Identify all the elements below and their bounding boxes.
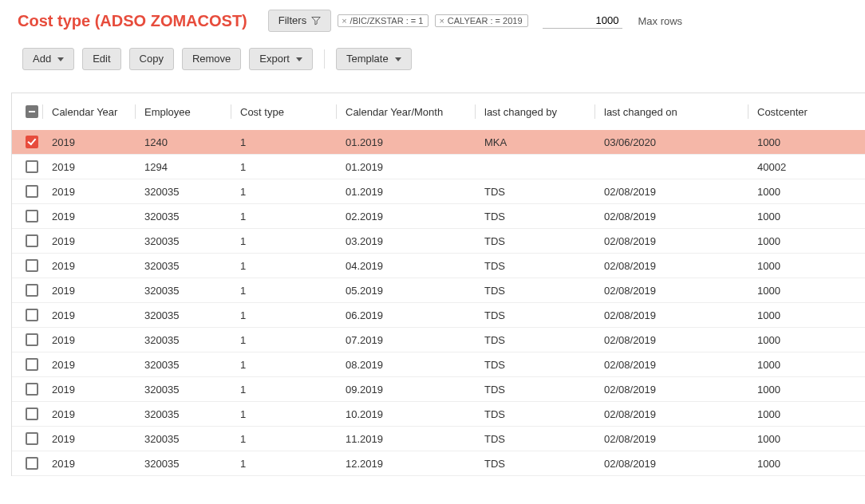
table-cell: TDS [480, 458, 599, 470]
row-checkbox[interactable] [26, 432, 38, 445]
table-row[interactable]: 2019320035107.2019TDS02/08/20191000 [12, 328, 865, 352]
table-cell: 2019 [47, 408, 140, 420]
table-row[interactable]: 2019320035101.2019TDS02/08/20191000 [12, 179, 865, 204]
column-header[interactable]: Costcenter [752, 93, 864, 130]
table-row[interactable]: 2019320035104.2019TDS02/08/20191000 [12, 254, 865, 278]
filters-button[interactable]: Filters [268, 10, 331, 32]
row-checkbox[interactable] [26, 284, 38, 297]
table-cell: 02/08/2019 [599, 458, 752, 470]
add-button[interactable]: Add [22, 48, 74, 70]
table-cell: 02/08/2019 [599, 309, 752, 321]
row-checkbox[interactable] [26, 408, 38, 420]
table-cell: TDS [480, 408, 599, 420]
table-cell: 2019 [47, 359, 140, 371]
table-cell: 10.2019 [341, 408, 480, 420]
table-row[interactable]: 20191240101.2019MKA03/06/20201000 [12, 130, 865, 155]
row-checkbox[interactable] [26, 210, 38, 222]
table-cell: TDS [480, 309, 599, 321]
table-cell: 2019 [47, 384, 140, 396]
row-checkbox[interactable] [26, 383, 38, 396]
table-row[interactable]: 2019320035103.2019TDS02/08/20191000 [12, 229, 865, 254]
grid-header: Calendar Year Employee Cost type Calenda… [12, 93, 865, 130]
table-cell: TDS [480, 384, 599, 396]
row-checkbox[interactable] [26, 333, 38, 346]
column-header[interactable]: Calendar Year [47, 93, 140, 130]
table-row[interactable]: 2019320035109.2019TDS02/08/20191000 [12, 377, 865, 402]
row-checkbox[interactable] [26, 234, 38, 247]
table-cell: 1 [235, 433, 341, 445]
table-cell: 320035 [140, 384, 235, 396]
row-checkbox[interactable] [26, 358, 38, 371]
remove-button[interactable]: Remove [182, 48, 241, 70]
table-cell: 320035 [140, 458, 235, 470]
table-cell: 2019 [47, 433, 140, 445]
table-cell: 2019 [47, 186, 140, 198]
table-cell: 01.2019 [341, 136, 480, 148]
column-header[interactable]: Cost type [235, 93, 341, 130]
table-cell: 1000 [752, 408, 864, 420]
table-cell: 1000 [752, 384, 864, 396]
table-row[interactable]: 2019320035112.2019TDS02/08/20191000 [12, 451, 865, 476]
table-cell: 2019 [47, 161, 140, 173]
table-cell: 2019 [47, 285, 140, 297]
template-button[interactable]: Template [336, 48, 412, 70]
table-cell: TDS [480, 235, 599, 247]
table-cell: 1000 [752, 458, 864, 470]
table-cell: TDS [480, 211, 599, 222]
copy-button[interactable]: Copy [129, 48, 174, 70]
add-label: Add [33, 52, 51, 66]
column-header[interactable]: Calendar Year/Month [341, 93, 480, 130]
table-row[interactable]: 2019320035108.2019TDS02/08/20191000 [12, 352, 865, 377]
template-label: Template [346, 52, 389, 66]
table-cell: 2019 [47, 211, 140, 222]
table-cell: 320035 [140, 186, 235, 198]
column-header[interactable]: last changed by [480, 93, 599, 130]
table-cell: 1 [235, 359, 341, 371]
row-checkbox[interactable] [26, 259, 38, 272]
table-cell: 1000 [752, 359, 864, 371]
table-row[interactable]: 2019320035105.2019TDS02/08/20191000 [12, 278, 865, 303]
table-cell: 02/08/2019 [599, 235, 752, 247]
table-cell: 1240 [140, 136, 235, 148]
table-cell: 320035 [140, 359, 235, 371]
table-cell: 01.2019 [341, 186, 480, 198]
toolbar-separator [324, 49, 325, 69]
column-header[interactable]: Employee [140, 93, 235, 130]
filter-chip[interactable]: × CALYEAR : = 2019 [435, 14, 527, 27]
table-row[interactable]: 2019320035106.2019TDS02/08/20191000 [12, 303, 865, 328]
row-checkbox[interactable] [26, 160, 38, 173]
export-button[interactable]: Export [249, 48, 313, 70]
column-header[interactable]: last changed on [599, 93, 752, 130]
edit-button[interactable]: Edit [82, 48, 120, 70]
table-cell: 320035 [140, 285, 235, 297]
table-cell: 1 [235, 235, 341, 247]
table-cell: 02/08/2019 [599, 186, 752, 198]
row-checkbox[interactable] [26, 136, 38, 148]
table-row[interactable]: 2019320035102.2019TDS02/08/20191000 [12, 204, 865, 229]
table-cell: 03.2019 [341, 235, 480, 247]
filter-icon [311, 16, 321, 26]
select-all-checkbox[interactable] [26, 105, 38, 118]
close-icon[interactable]: × [439, 16, 444, 26]
chevron-down-icon [296, 57, 302, 61]
table-cell: TDS [480, 359, 599, 371]
max-rows-input[interactable] [543, 13, 622, 29]
table-cell: 2019 [47, 235, 140, 247]
row-checkbox[interactable] [26, 457, 38, 470]
max-rows-label: Max rows [638, 15, 683, 27]
row-checkbox[interactable] [26, 185, 38, 198]
table-cell: 1 [235, 285, 341, 297]
filter-chip[interactable]: × /BIC/ZKSTAR : = 1 [338, 14, 429, 27]
table-cell: 1000 [752, 136, 864, 148]
table-cell: 02/08/2019 [599, 334, 752, 346]
table-cell: 01.2019 [341, 161, 480, 173]
table-cell: 02/08/2019 [599, 384, 752, 396]
table-cell: 12.2019 [341, 458, 480, 470]
table-cell: 1 [235, 260, 341, 272]
close-icon[interactable]: × [342, 16, 346, 26]
table-row[interactable]: 2019320035110.2019TDS02/08/20191000 [12, 402, 865, 427]
row-checkbox[interactable] [26, 309, 38, 321]
table-cell: 1000 [752, 260, 864, 272]
table-row[interactable]: 2019320035111.2019TDS02/08/20191000 [12, 427, 865, 451]
table-row[interactable]: 20191294101.201940002 [12, 155, 865, 179]
